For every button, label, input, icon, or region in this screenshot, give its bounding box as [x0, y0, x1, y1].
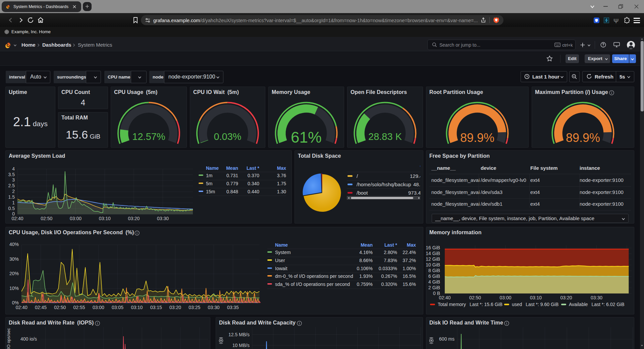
svg-text:16 GiB: 16 GiB	[426, 245, 440, 250]
svg-text:03:00: 03:00	[70, 216, 82, 221]
svg-text:40%: 40%	[9, 242, 19, 247]
svg-text:20%: 20%	[9, 271, 19, 276]
svg-text:03:05: 03:05	[112, 305, 123, 310]
svg-text:03:35: 03:35	[227, 305, 239, 310]
svg-text:02:45: 02:45	[35, 305, 47, 310]
svg-text:3.5: 3.5	[8, 172, 15, 177]
svg-text:12.57%: 12.57%	[132, 131, 165, 142]
svg-text:03:10: 03:10	[530, 295, 542, 300]
svg-text:03:10: 03:10	[99, 216, 111, 221]
svg-text:used Last *: 9.60 GiB: used Last *: 9.60 GiB	[512, 302, 558, 307]
svg-text:02:50: 02:50	[41, 216, 52, 221]
svg-text:03:10: 03:10	[131, 305, 143, 310]
svg-text:02:50: 02:50	[469, 295, 481, 300]
svg-text:03:15: 03:15	[150, 305, 162, 310]
svg-text:1.5: 1.5	[8, 194, 15, 200]
svg-text:02:40: 02:40	[11, 216, 23, 221]
svg-text:2: 2	[12, 189, 15, 194]
svg-text:10 MB/s: 10 MB/s	[232, 343, 250, 348]
svg-text:02:50: 02:50	[54, 305, 66, 310]
svg-text:4: 4	[12, 166, 15, 171]
svg-text:1: 1	[12, 200, 15, 205]
svg-text:28.83 K: 28.83 K	[368, 131, 402, 142]
svg-text:03:30: 03:30	[591, 295, 602, 300]
svg-text:12.5 MB/s: 12.5 MB/s	[228, 332, 250, 337]
svg-text:30%: 30%	[9, 256, 19, 262]
svg-text:89.9%: 89.9%	[566, 131, 600, 145]
svg-text:400 io/s: 400 io/s	[20, 336, 37, 342]
svg-text:10 GiB: 10 GiB	[426, 262, 440, 267]
svg-text:12 GiB: 12 GiB	[426, 256, 440, 262]
svg-text:600 ms: 600 ms	[439, 336, 454, 342]
svg-text:03:20: 03:20	[169, 305, 181, 310]
svg-text:3: 3	[12, 177, 15, 183]
svg-text:03:20: 03:20	[128, 216, 140, 221]
svg-text:2 GiB: 2 GiB	[428, 285, 440, 290]
svg-text:03:30: 03:30	[157, 216, 169, 221]
svg-text:89.9%: 89.9%	[460, 131, 494, 145]
svg-text:IO ops/sec: IO ops/sec	[6, 328, 11, 349]
svg-text:8 GiB: 8 GiB	[428, 268, 440, 273]
svg-text:Available Last *: 6.02 GiB: Available Last *: 6.02 GiB	[569, 302, 625, 307]
svg-text:03:00: 03:00	[93, 305, 104, 310]
svg-text:03:20: 03:20	[560, 295, 572, 300]
svg-text:6 GiB: 6 GiB	[428, 273, 440, 279]
svg-text:03:25: 03:25	[189, 305, 200, 310]
svg-text:10%: 10%	[9, 286, 19, 291]
svg-text:0.5: 0.5	[8, 206, 15, 211]
svg-text:Total memory Last *: 15.6 GiB: Total memory Last *: 15.6 GiB	[438, 302, 502, 307]
svg-text:02:40: 02:40	[16, 305, 28, 310]
svg-text:61%: 61%	[291, 129, 322, 146]
svg-text:2.5: 2.5	[8, 183, 15, 188]
svg-text:0.03%: 0.03%	[214, 131, 241, 142]
svg-text:14 GiB: 14 GiB	[426, 251, 440, 256]
svg-text:02:55: 02:55	[73, 305, 85, 310]
svg-text:03:00: 03:00	[499, 295, 511, 300]
svg-text:03:30: 03:30	[208, 305, 220, 310]
svg-text:4 GiB: 4 GiB	[428, 279, 440, 285]
svg-text:02:40: 02:40	[439, 295, 450, 300]
